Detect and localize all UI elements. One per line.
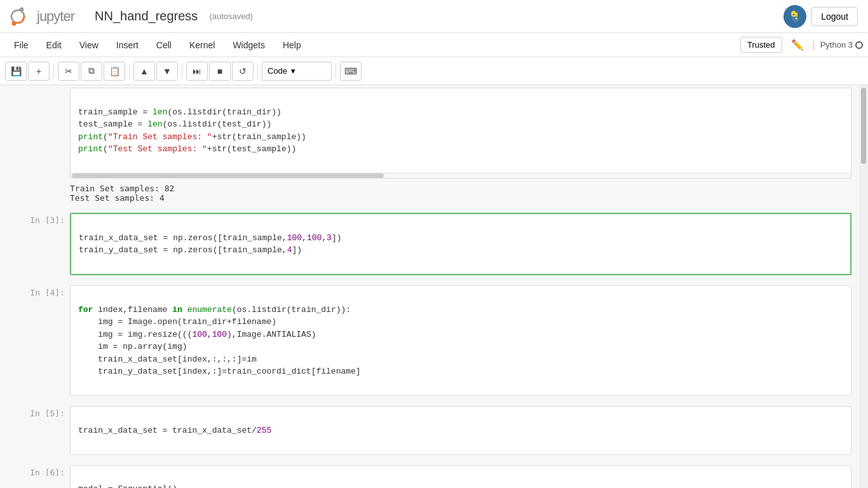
kernel-status-circle <box>855 41 863 49</box>
cell-4-container: In [4]: for index,filename in enumerate(… <box>0 283 859 398</box>
cell-6-code: model = Sequential() model.add(Conv2D(8,… <box>71 466 851 489</box>
cut-button[interactable]: ✂ <box>58 62 79 81</box>
toolbar: 💾 + ✂ ⧉ 📋 ▲ ▼ ⏭ ■ ↺ Code ▾ ⌨ <box>0 57 868 85</box>
jupyter-logo: jupyter <box>10 5 74 28</box>
cell-3-container: In [3]: train_x_data_set = np.zeros([tra… <box>0 210 859 278</box>
toolbar-separator-2 <box>129 64 130 79</box>
save-button[interactable]: 💾 <box>5 62 27 81</box>
kernel-label: Python 3 <box>820 40 853 50</box>
cell-partial-label <box>0 85 70 181</box>
cell-type-arrow: ▾ <box>291 66 295 76</box>
cell-type-label: Code <box>268 66 287 76</box>
cell-5-label: In [5]: <box>0 403 70 458</box>
cell-3-code: train_x_data_set = np.zeros([train_sampl… <box>71 214 850 274</box>
cell-5-code: train_x_data_set = train_x_data_set/255 <box>71 407 851 454</box>
move-up-button[interactable]: ▲ <box>133 62 155 81</box>
trusted-button[interactable]: Trusted <box>740 37 782 53</box>
cell-4-label: In [4]: <box>0 283 70 398</box>
kernel-info: Python 3 <box>820 40 863 50</box>
cell-type-dropdown[interactable]: Code ▾ <box>262 62 332 81</box>
menu-kernel[interactable]: Kernel <box>180 36 224 54</box>
logout-button[interactable]: Logout <box>811 7 858 26</box>
svg-point-8 <box>793 13 795 15</box>
cell-6-container: In [6]: model = Sequential() model.add(C… <box>0 463 859 489</box>
menu-edit[interactable]: Edit <box>37 36 71 54</box>
cell-scrollbar[interactable] <box>71 173 851 178</box>
notebook-scrollbar-thumb <box>861 88 866 164</box>
toolbar-separator-5 <box>336 64 336 79</box>
menu-insert[interactable]: Insert <box>107 36 147 54</box>
notebook[interactable]: train_sample = len(os.listdir(train_dir)… <box>0 85 859 488</box>
cell-4-code: for index,filename in enumerate(os.listd… <box>71 286 851 395</box>
toolbar-separator-4 <box>257 64 258 79</box>
notebook-scrollbar[interactable] <box>859 85 868 488</box>
cell-6-label: In [6]: <box>0 463 70 489</box>
menu-view[interactable]: View <box>71 36 107 54</box>
menu-help[interactable]: Help <box>274 36 310 54</box>
cell-4-content: for index,filename in enumerate(os.listd… <box>70 285 851 396</box>
cell-6-content: model = Sequential() model.add(Conv2D(8,… <box>70 465 851 489</box>
notebook-autosaved: (autosaved) <box>209 11 253 21</box>
menu-widgets[interactable]: Widgets <box>224 36 274 54</box>
cell-5-content: train_x_data_set = train_x_data_set/255 <box>70 406 851 455</box>
cell-partial-code: train_sample = len(os.listdir(train_dir)… <box>71 88 851 173</box>
menu-right: Trusted ✏️ | Python 3 <box>740 37 863 53</box>
restart-button[interactable]: ↺ <box>232 62 254 81</box>
topbar: jupyter NN_hand_regress (autosaved) Logo… <box>0 0 868 33</box>
add-cell-button[interactable]: + <box>28 62 50 81</box>
python-logo-icon <box>783 5 806 28</box>
cell-scrollbar-thumb <box>72 173 384 178</box>
topbar-left: jupyter NN_hand_regress (autosaved) <box>10 5 253 28</box>
cell-3-label: In [3]: <box>0 210 70 278</box>
notebook-title: NN_hand_regress <box>95 9 198 24</box>
main-area: train_sample = len(os.listdir(train_dir)… <box>0 85 868 488</box>
toolbar-separator-1 <box>53 64 54 79</box>
stop-button[interactable]: ■ <box>209 62 231 81</box>
paste-button[interactable]: 📋 <box>104 62 125 81</box>
toolbar-separator-3 <box>182 64 182 79</box>
cell-partial-container: train_sample = len(os.listdir(train_dir)… <box>0 85 859 181</box>
menu-cell[interactable]: Cell <box>147 36 180 54</box>
keyboard-button[interactable]: ⌨ <box>340 62 362 81</box>
svg-point-2 <box>20 7 24 11</box>
jupyter-text: jupyter <box>37 8 74 25</box>
menubar: File Edit View Insert Cell Kernel Widget… <box>0 33 868 57</box>
topbar-right: Logout <box>783 5 858 28</box>
copy-button[interactable]: ⧉ <box>81 62 102 81</box>
output-partial-content: Train Set samples: 82Test Set samples: 4 <box>70 181 851 205</box>
svg-point-9 <box>796 17 797 19</box>
menu-file[interactable]: File <box>5 36 37 54</box>
output-partial: Train Set samples: 82Test Set samples: 4 <box>0 181 859 205</box>
cell-partial-content: train_sample = len(os.listdir(train_dir)… <box>70 88 851 179</box>
edit-icon-button[interactable]: ✏️ <box>787 37 808 52</box>
output-partial-gutter <box>0 181 70 205</box>
jupyter-logo-icon <box>10 5 33 28</box>
cell-3-content: train_x_data_set = np.zeros([train_sampl… <box>70 213 851 275</box>
cell-5-container: In [5]: train_x_data_set = train_x_data_… <box>0 403 859 458</box>
svg-point-3 <box>12 21 17 25</box>
move-down-button[interactable]: ▼ <box>156 62 178 81</box>
fast-forward-button[interactable]: ⏭ <box>186 62 208 81</box>
